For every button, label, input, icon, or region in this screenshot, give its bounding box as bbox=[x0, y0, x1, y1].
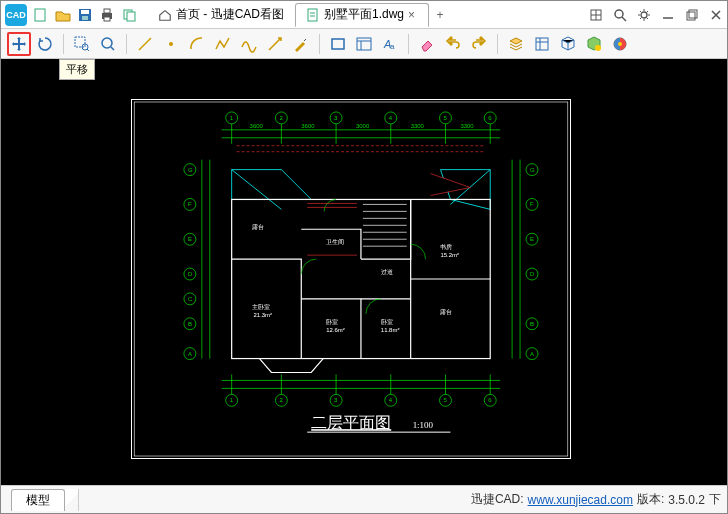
close-tab-icon[interactable]: × bbox=[408, 8, 418, 22]
props-button[interactable] bbox=[530, 32, 554, 56]
svg-text:B: B bbox=[530, 321, 534, 327]
svg-text:露台: 露台 bbox=[441, 309, 453, 315]
separator bbox=[408, 34, 409, 54]
svg-rect-3 bbox=[82, 16, 88, 20]
svg-text:3000: 3000 bbox=[356, 123, 370, 129]
svg-point-24 bbox=[595, 45, 601, 51]
svg-point-18 bbox=[169, 42, 173, 46]
svg-text:E: E bbox=[530, 236, 534, 242]
expand-icon[interactable] bbox=[589, 8, 603, 22]
ray-tool[interactable] bbox=[263, 32, 287, 56]
redo-button[interactable] bbox=[467, 32, 491, 56]
svg-text:3600: 3600 bbox=[250, 123, 264, 129]
layers-button[interactable] bbox=[504, 32, 528, 56]
new-icon[interactable] bbox=[33, 7, 49, 23]
svg-rect-5 bbox=[104, 9, 110, 13]
svg-text:6: 6 bbox=[488, 115, 492, 121]
text-tool[interactable]: Aa bbox=[378, 32, 402, 56]
svg-text:C: C bbox=[188, 296, 193, 302]
rotate-button[interactable] bbox=[33, 32, 57, 56]
zoom-window-button[interactable] bbox=[70, 32, 94, 56]
svg-text:卧室: 卧室 bbox=[381, 318, 393, 325]
pan-button[interactable] bbox=[7, 32, 31, 56]
svg-point-11 bbox=[615, 10, 623, 18]
rect-tool[interactable] bbox=[326, 32, 350, 56]
svg-text:a: a bbox=[390, 42, 395, 51]
doc-tabs: 首页 - 迅捷CAD看图 别墅平面1.dwg × + bbox=[147, 3, 451, 27]
drawing-title: 二层平面图 bbox=[311, 414, 391, 431]
svg-text:F: F bbox=[530, 201, 534, 207]
svg-rect-19 bbox=[332, 39, 344, 49]
svg-text:6: 6 bbox=[488, 397, 492, 403]
svg-text:1:100: 1:100 bbox=[413, 420, 434, 430]
separator bbox=[319, 34, 320, 54]
pen-tool[interactable] bbox=[289, 32, 313, 56]
brand-label: 迅捷CAD: bbox=[471, 491, 524, 508]
svg-rect-8 bbox=[127, 12, 135, 21]
svg-text:1: 1 bbox=[230, 397, 234, 403]
open-icon[interactable] bbox=[55, 7, 71, 23]
svg-text:4: 4 bbox=[389, 397, 393, 403]
tab-file[interactable]: 别墅平面1.dwg × bbox=[295, 3, 429, 27]
svg-rect-14 bbox=[689, 10, 697, 18]
tab-file-label: 别墅平面1.dwg bbox=[324, 6, 404, 23]
arc-tool[interactable] bbox=[185, 32, 209, 56]
version-value: 3.5.0.2 bbox=[668, 493, 705, 507]
separator bbox=[497, 34, 498, 54]
tooltip: 平移 bbox=[59, 59, 95, 80]
add-tab-button[interactable]: + bbox=[429, 8, 451, 22]
svg-text:12.6m²: 12.6m² bbox=[326, 327, 345, 333]
svg-point-17 bbox=[102, 38, 112, 48]
svg-text:4: 4 bbox=[389, 115, 393, 121]
tab-home[interactable]: 首页 - 迅捷CAD看图 bbox=[147, 3, 295, 27]
line-tool[interactable] bbox=[133, 32, 157, 56]
svg-text:E: E bbox=[188, 236, 192, 242]
svg-rect-27 bbox=[134, 102, 568, 456]
gear-icon[interactable] bbox=[637, 8, 651, 22]
svg-text:G: G bbox=[530, 167, 535, 173]
svg-rect-20 bbox=[357, 38, 371, 50]
svg-text:11.8m²: 11.8m² bbox=[381, 327, 400, 333]
search-icon[interactable] bbox=[613, 8, 627, 22]
version-label: 版本: bbox=[637, 491, 664, 508]
spline-tool[interactable] bbox=[237, 32, 261, 56]
color-button[interactable] bbox=[608, 32, 632, 56]
brand-link[interactable]: www.xunjiecad.com bbox=[528, 493, 633, 507]
svg-rect-6 bbox=[104, 17, 110, 21]
zoom-extents-button[interactable] bbox=[96, 32, 120, 56]
restore-icon[interactable] bbox=[685, 8, 699, 22]
polyline-tool[interactable] bbox=[211, 32, 235, 56]
blocks-button[interactable] bbox=[556, 32, 580, 56]
svg-text:3: 3 bbox=[334, 115, 338, 121]
svg-rect-23 bbox=[536, 38, 548, 50]
window-controls bbox=[589, 8, 723, 22]
undo-button[interactable] bbox=[441, 32, 465, 56]
svg-rect-13 bbox=[687, 12, 695, 20]
titlebar: CAD 首页 - 迅捷CAD看图 别墅平面1.dwg × + bbox=[1, 1, 727, 29]
print-icon[interactable] bbox=[99, 7, 115, 23]
drawing-frame: 1 2 3 4 5 6 3600 3600 3000 3 bbox=[131, 99, 571, 459]
status-right: 迅捷CAD: www.xunjiecad.com 版本: 3.5.0.2 下 bbox=[471, 491, 721, 508]
model-tab[interactable]: 模型 bbox=[11, 489, 65, 511]
statusbar: 模型 迅捷CAD: www.xunjiecad.com 版本: 3.5.0.2 … bbox=[1, 485, 727, 513]
separator bbox=[63, 34, 64, 54]
separator bbox=[126, 34, 127, 54]
svg-rect-9 bbox=[308, 9, 317, 21]
svg-text:5: 5 bbox=[443, 397, 447, 403]
svg-text:卧室: 卧室 bbox=[326, 318, 338, 325]
window-tool[interactable] bbox=[352, 32, 376, 56]
save-icon[interactable] bbox=[77, 7, 93, 23]
svg-text:过道: 过道 bbox=[381, 269, 393, 275]
minimize-icon[interactable] bbox=[661, 8, 675, 22]
point-tool[interactable] bbox=[159, 32, 183, 56]
svg-text:21.3m²: 21.3m² bbox=[254, 312, 273, 318]
drawing-canvas[interactable]: 1 2 3 4 5 6 3600 3600 3000 3 bbox=[1, 59, 727, 485]
main-toolbar: Aa bbox=[1, 29, 727, 59]
erase-tool[interactable] bbox=[415, 32, 439, 56]
svg-text:1: 1 bbox=[230, 115, 234, 121]
tab-home-label: 首页 - 迅捷CAD看图 bbox=[176, 6, 284, 23]
close-window-icon[interactable] bbox=[709, 8, 723, 22]
insert-button[interactable] bbox=[582, 32, 606, 56]
svg-rect-2 bbox=[81, 10, 89, 14]
copy-icon[interactable] bbox=[121, 7, 137, 23]
